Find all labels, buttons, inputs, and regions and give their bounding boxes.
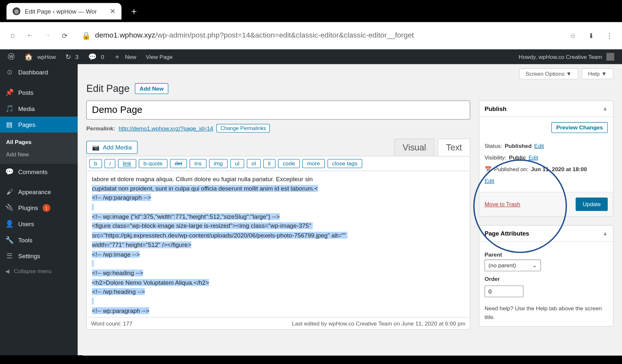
qt-li[interactable]: li	[263, 159, 275, 168]
add-new-button[interactable]: Add New	[135, 83, 168, 94]
publish-box-title: Publish	[485, 105, 507, 112]
new-tab-icon[interactable]: ＋	[129, 5, 139, 17]
qt-ul[interactable]: ul	[230, 159, 244, 168]
url-box[interactable]: 🔒 demo1.wphow.xyz/wp-admin/post.php?post…	[77, 31, 560, 40]
sidebar-item-dashboard[interactable]: ⊙Dashboard	[0, 64, 78, 80]
qt-img[interactable]: img	[209, 159, 228, 168]
reload-icon[interactable]: ⟳	[60, 31, 69, 40]
publish-box: Publish▲ Preview Changes Status: Publish…	[479, 101, 613, 217]
edit-date-link[interactable]: Edit	[485, 178, 494, 184]
submenu-all-pages[interactable]: All Pages	[0, 136, 78, 148]
user-icon: 👤	[5, 220, 14, 228]
sidebar-item-users[interactable]: 👤Users	[0, 216, 78, 232]
comment-icon: 💬	[5, 168, 14, 176]
meta-column: Publish▲ Preview Changes Status: Publish…	[479, 101, 613, 336]
forward-icon: →	[42, 31, 52, 40]
edit-status-link[interactable]: Edit	[534, 143, 544, 149]
tab-favicon-globe-icon: ◍	[13, 7, 20, 15]
qt-italic[interactable]: i	[105, 159, 115, 168]
editor-main: Permalink: http://demo1.wphow.xyz/?page_…	[86, 101, 470, 330]
status-label: Status:	[485, 143, 502, 149]
plugins-badge: 1	[42, 204, 50, 212]
order-label: Order	[485, 276, 608, 282]
qt-bquote[interactable]: b-quote	[139, 159, 167, 168]
update-button[interactable]: Update	[576, 198, 608, 211]
qt-del[interactable]: del	[170, 159, 187, 168]
published-label: Published on:	[494, 166, 528, 172]
qt-ins[interactable]: ins	[190, 159, 206, 168]
view-page-link[interactable]: View Page	[143, 53, 175, 60]
back-icon[interactable]: ←	[25, 31, 35, 40]
pages-submenu: All Pages Add New	[0, 133, 78, 164]
site-link[interactable]: 🏠wpHow	[22, 53, 58, 61]
refresh-count[interactable]: ↻3	[63, 53, 81, 61]
camera-icon: 📷	[92, 144, 99, 151]
sidebar-item-media[interactable]: 🎵Media	[0, 101, 78, 117]
qt-code[interactable]: code	[278, 159, 300, 168]
toggle-attributes-icon[interactable]: ▲	[603, 230, 608, 237]
help-text: Need help? Use the Help tab above the sc…	[485, 304, 608, 321]
address-bar: ⌂ ← → ⟳ 🔒 demo1.wphow.xyz/wp-admin/post.…	[0, 22, 622, 49]
browser-tab-strip: ◍ Edit Page ‹ wpHow — Wor ✕ ＋	[0, 0, 622, 22]
qt-ol[interactable]: ol	[247, 159, 261, 168]
tab-text[interactable]: Text	[438, 138, 470, 156]
sidebar-item-comments[interactable]: 💬Comments	[0, 164, 78, 180]
admin-sidebar: ⊙Dashboard 📌Posts 🎵Media ▤Pages All Page…	[0, 64, 78, 355]
sidebar-item-pages[interactable]: ▤Pages	[0, 116, 78, 133]
parent-select[interactable]: (no parent)⌄	[485, 259, 541, 271]
page-attributes-title: Page Attributes	[485, 230, 529, 237]
page-title-input[interactable]	[86, 101, 470, 120]
home-icon[interactable]: ⌂	[8, 31, 17, 40]
edit-visibility-link[interactable]: Edit	[528, 154, 538, 161]
visibility-value: Public	[509, 154, 526, 161]
calendar-icon: 📅	[485, 166, 491, 172]
browser-tab[interactable]: ◍ Edit Page ‹ wpHow — Wor ✕	[6, 3, 121, 19]
parent-label: Parent	[485, 251, 608, 258]
toggle-publish-icon[interactable]: ▲	[603, 106, 608, 112]
sidebar-item-posts[interactable]: 📌Posts	[0, 84, 78, 101]
qt-link[interactable]: link	[118, 159, 136, 168]
help-button[interactable]: Help ▼	[582, 69, 613, 79]
submenu-add-new[interactable]: Add New	[0, 148, 78, 161]
sliders-icon: ☰	[5, 252, 14, 260]
published-value: Jun 11, 2020 at 18:00	[531, 166, 587, 172]
word-count: Word count: 177	[91, 320, 132, 327]
change-permalinks-button[interactable]: Change Permalinks	[217, 124, 270, 133]
wrench-icon: 🔧	[5, 236, 14, 244]
comments-bubble[interactable]: 💬0	[86, 53, 107, 61]
permalink-url[interactable]: http://demo1.wphow.xyz/?page_id=14	[119, 125, 213, 131]
menu-dots-icon[interactable]: ⋮	[605, 31, 614, 40]
visibility-label: Visibility:	[485, 154, 506, 161]
star-icon[interactable]: ☆	[568, 31, 578, 40]
qt-bold[interactable]: b	[89, 159, 102, 168]
preview-changes-button[interactable]: Preview Changes	[551, 122, 608, 133]
sidebar-item-tools[interactable]: 🔧Tools	[0, 232, 78, 248]
new-content[interactable]: ＋New	[111, 52, 139, 61]
howdy-user[interactable]: Howdy, wpHow.co Creative Team	[516, 53, 617, 61]
tab-title: Edit Page ‹ wpHow — Wor	[25, 7, 105, 14]
tab-visual[interactable]: Visual	[394, 138, 434, 156]
qt-close-tags[interactable]: close tags	[327, 159, 362, 168]
text-editor-textarea[interactable]: labore et dolore magna aliqua. Cillum do…	[86, 171, 470, 318]
chevron-down-icon: ⌄	[532, 262, 537, 269]
collapse-menu[interactable]: ◀Collapse menu	[0, 264, 78, 278]
add-media-button[interactable]: 📷Add Media	[86, 141, 137, 154]
page-icon: ▤	[5, 120, 14, 128]
content-area: Screen Options ▼ Help ▼ Edit Page Add Ne…	[78, 64, 622, 355]
sidebar-item-appearance[interactable]: 🖌Appearance	[0, 184, 78, 200]
order-input[interactable]	[485, 285, 524, 297]
quicktags-toolbar: b i link b-quote del ins img ul ol li co…	[86, 156, 470, 171]
close-tab-icon[interactable]: ✕	[110, 7, 115, 15]
collapse-icon: ◀	[5, 268, 9, 274]
wp-admin-bar: ⓦ 🏠wpHow ↻3 💬0 ＋New View Page Howdy, wpH…	[0, 50, 622, 64]
download-icon[interactable]: ⬇	[586, 31, 596, 40]
pin-icon: 📌	[5, 88, 14, 96]
screen-options-button[interactable]: Screen Options ▼	[519, 69, 578, 79]
qt-more[interactable]: more	[302, 159, 325, 168]
sidebar-item-settings[interactable]: ☰Settings	[0, 248, 78, 264]
dashboard-icon: ⊙	[5, 68, 14, 76]
permalink-label: Permalink:	[86, 125, 115, 131]
move-to-trash-link[interactable]: Move to Trash	[485, 201, 520, 207]
sidebar-item-plugins[interactable]: 🔌Plugins1	[0, 200, 78, 216]
wp-logo-icon[interactable]: ⓦ	[5, 52, 17, 61]
